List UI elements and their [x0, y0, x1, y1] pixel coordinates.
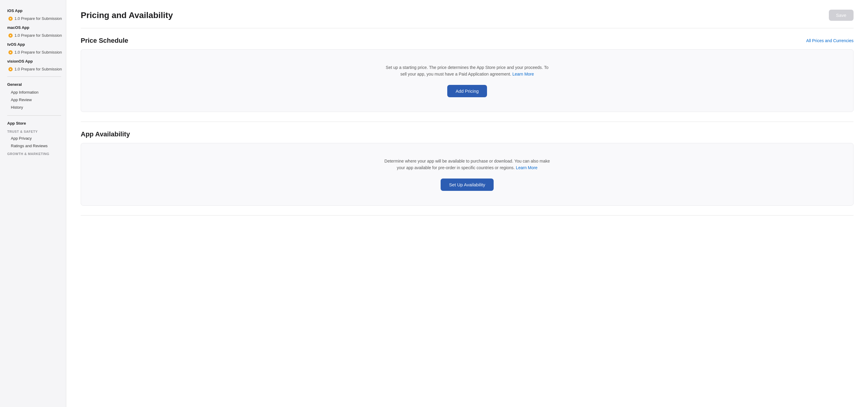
price-schedule-panel: Set up a starting price. The price deter…: [81, 50, 854, 112]
app-availability-panel: Determine where your app will be availab…: [81, 143, 854, 206]
availability-bottom-divider: [81, 215, 854, 216]
sidebar-macos-submission-label: 1.0 Prepare for Submission: [14, 33, 62, 38]
sidebar-item-macos-submission[interactable]: ● 1.0 Prepare for Submission: [7, 32, 66, 38]
page-header: Pricing and Availability Save: [81, 10, 854, 21]
sidebar-platform-ios-title: iOS App: [7, 7, 66, 14]
sidebar-section-visionos: visionOS App ● 1.0 Prepare for Submissio…: [7, 58, 66, 72]
sidebar-growth-marketing-label: GROWTH & MARKETING: [7, 150, 66, 157]
yellow-dot-ios: ●: [8, 17, 13, 21]
sidebar-item-app-review[interactable]: App Review: [7, 96, 66, 103]
sidebar-divider-1: [7, 76, 61, 77]
sidebar-item-tvos-submission[interactable]: ● 1.0 Prepare for Submission: [7, 49, 66, 55]
app-availability-header: App Availability: [81, 130, 854, 138]
yellow-dot-macos: ●: [8, 33, 13, 38]
yellow-dot-visionos: ●: [8, 67, 13, 71]
price-schedule-title: Price Schedule: [81, 37, 128, 44]
price-availability-divider: [81, 122, 854, 122]
yellow-dot-tvos: ●: [8, 50, 13, 55]
sidebar-platform-tvos-title: tvOS App: [7, 41, 66, 48]
setup-availability-button[interactable]: Set Up Availability: [441, 179, 494, 191]
app-availability-description: Determine where your app will be availab…: [383, 158, 552, 171]
sidebar-item-app-privacy[interactable]: App Privacy: [7, 134, 66, 142]
sidebar-tvos-submission-label: 1.0 Prepare for Submission: [14, 50, 62, 55]
sidebar-section-tvos: tvOS App ● 1.0 Prepare for Submission: [7, 41, 66, 55]
sidebar-general-title: General: [7, 81, 66, 89]
sidebar-app-store-title: App Store: [7, 120, 66, 127]
sidebar-item-ratings-reviews[interactable]: Ratings and Reviews: [7, 142, 66, 150]
sidebar-item-history[interactable]: History: [7, 103, 66, 111]
add-pricing-button[interactable]: Add Pricing: [447, 85, 487, 97]
sidebar-platform-visionos-title: visionOS App: [7, 58, 66, 65]
sidebar-visionos-submission-label: 1.0 Prepare for Submission: [14, 67, 62, 71]
sidebar-section-macos: macOS App ● 1.0 Prepare for Submission: [7, 24, 66, 38]
all-prices-link[interactable]: All Prices and Currencies: [806, 38, 854, 43]
sidebar-ios-submission-label: 1.0 Prepare for Submission: [14, 16, 62, 21]
app-availability-learn-more[interactable]: Learn More: [516, 165, 537, 170]
sidebar-item-visionos-submission[interactable]: ● 1.0 Prepare for Submission: [7, 66, 66, 72]
header-divider: [81, 28, 854, 28]
sidebar-section-general: General App Information App Review Histo…: [7, 81, 66, 111]
app-availability-title: App Availability: [81, 130, 130, 138]
price-schedule-learn-more[interactable]: Learn More: [512, 72, 534, 76]
sidebar-item-app-information[interactable]: App Information: [7, 89, 66, 96]
price-schedule-section: Price Schedule All Prices and Currencies…: [81, 37, 854, 112]
sidebar-platform-macos-title: macOS App: [7, 24, 66, 31]
page-title: Pricing and Availability: [81, 10, 173, 20]
save-button[interactable]: Save: [829, 10, 854, 21]
app-availability-section: App Availability Determine where your ap…: [81, 130, 854, 206]
price-schedule-header: Price Schedule All Prices and Currencies: [81, 37, 854, 44]
sidebar-item-ios-submission[interactable]: ● 1.0 Prepare for Submission: [7, 15, 66, 22]
sidebar-section-app-store: App Store TRUST & SAFETY App Privacy Rat…: [7, 120, 66, 157]
sidebar-divider-2: [7, 115, 61, 116]
sidebar-trust-safety-label: TRUST & SAFETY: [7, 127, 66, 134]
sidebar: iOS App ● 1.0 Prepare for Submission mac…: [0, 0, 66, 407]
price-schedule-description: Set up a starting price. The price deter…: [383, 64, 552, 78]
main-content: Pricing and Availability Save Price Sche…: [66, 0, 868, 407]
sidebar-section-ios: iOS App ● 1.0 Prepare for Submission: [7, 7, 66, 22]
